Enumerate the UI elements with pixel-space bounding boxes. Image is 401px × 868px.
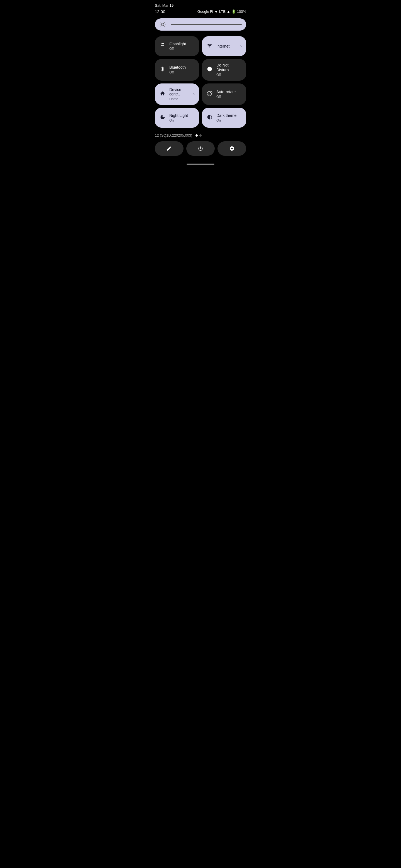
edit-button[interactable] bbox=[155, 141, 183, 156]
svg-point-0 bbox=[161, 23, 164, 26]
version-text: 12 (SQ1D.220205.003) bbox=[155, 133, 192, 137]
settings-button[interactable] bbox=[218, 141, 246, 156]
home-indicator bbox=[150, 160, 251, 167]
do-not-disturb-label: Do Not Disturb bbox=[217, 63, 242, 72]
tile-internet[interactable]: Internet › bbox=[202, 36, 246, 56]
tile-dark-theme[interactable]: Dark theme On bbox=[202, 108, 246, 128]
battery-icon: 🔋 bbox=[231, 9, 236, 13]
internet-text: Internet bbox=[217, 44, 229, 49]
status-icons: Google Fi ▼ LTE ▲ 🔋 100% bbox=[197, 9, 246, 14]
device-control-status: Home bbox=[169, 97, 190, 101]
brightness-row[interactable] bbox=[150, 15, 251, 34]
brightness-track[interactable] bbox=[155, 18, 246, 31]
bottom-actions bbox=[150, 139, 251, 160]
internet-label: Internet bbox=[217, 44, 229, 49]
bluetooth-label: Bluetooth bbox=[169, 65, 186, 70]
wifi-icon: ▼ bbox=[214, 9, 218, 14]
flashlight-status: Off bbox=[169, 47, 186, 51]
flashlight-text: Flashlight Off bbox=[169, 42, 186, 51]
tile-do-not-disturb[interactable]: Do Not Disturb Off bbox=[202, 59, 246, 81]
night-light-label: Night Light bbox=[169, 113, 188, 118]
flashlight-label: Flashlight bbox=[169, 42, 186, 46]
auto-rotate-label: Auto-rotate bbox=[217, 90, 236, 94]
bluetooth-text: Bluetooth Off bbox=[169, 65, 186, 74]
device-control-icon bbox=[159, 91, 166, 98]
night-light-icon bbox=[159, 114, 166, 121]
do-not-disturb-text: Do Not Disturb Off bbox=[217, 63, 242, 77]
tiles-grid: Flashlight Off Internet › Bluetooth Off bbox=[150, 34, 251, 130]
svg-line-3 bbox=[161, 23, 161, 23]
power-button[interactable] bbox=[186, 141, 215, 156]
battery-label: 100% bbox=[237, 9, 246, 13]
night-light-text: Night Light On bbox=[169, 113, 188, 122]
night-light-status: On bbox=[169, 119, 188, 122]
dot-inactive bbox=[199, 134, 202, 136]
version-row: 12 (SQ1D.220205.003) bbox=[150, 130, 251, 139]
signal-icon: ▲ bbox=[227, 9, 230, 13]
internet-content: Internet bbox=[206, 43, 229, 50]
flashlight-icon bbox=[159, 43, 166, 50]
bluetooth-status: Off bbox=[169, 70, 186, 74]
do-not-disturb-status: Off bbox=[217, 73, 242, 77]
bluetooth-icon bbox=[159, 66, 166, 73]
dark-theme-icon bbox=[206, 114, 213, 121]
do-not-disturb-icon bbox=[206, 66, 213, 73]
tile-night-light[interactable]: Night Light On bbox=[155, 108, 199, 128]
tile-flashlight[interactable]: Flashlight Off bbox=[155, 36, 199, 56]
brightness-thumb[interactable] bbox=[156, 20, 169, 30]
status-time: 12:00 bbox=[155, 9, 165, 14]
internet-icon bbox=[206, 43, 213, 50]
status-bar: Sat, Mar 19 12:00 Google Fi ▼ LTE ▲ 🔋 10… bbox=[150, 0, 251, 15]
device-control-content: Device contr.. Home bbox=[159, 87, 190, 101]
home-bar bbox=[187, 163, 214, 165]
dark-theme-status: On bbox=[217, 119, 236, 122]
dark-theme-label: Dark theme bbox=[217, 113, 236, 118]
status-row: 12:00 Google Fi ▼ LTE ▲ 🔋 100% bbox=[155, 9, 246, 14]
device-control-label: Device contr.. bbox=[169, 87, 190, 97]
brightness-icon bbox=[160, 22, 166, 28]
settings-icon bbox=[229, 146, 235, 151]
dark-theme-text: Dark theme On bbox=[217, 113, 236, 122]
carrier-label: Google Fi bbox=[197, 9, 213, 13]
tile-auto-rotate[interactable]: Auto-rotate Off bbox=[202, 84, 246, 105]
device-control-chevron: › bbox=[193, 92, 195, 96]
tile-device-control[interactable]: Device contr.. Home › bbox=[155, 84, 199, 105]
tile-bluetooth[interactable]: Bluetooth Off bbox=[155, 59, 199, 81]
svg-line-8 bbox=[164, 23, 165, 23]
status-date: Sat, Mar 19 bbox=[155, 3, 246, 7]
brightness-line bbox=[171, 24, 242, 25]
dot-active bbox=[196, 134, 198, 136]
auto-rotate-icon bbox=[206, 91, 213, 98]
pencil-icon bbox=[166, 146, 172, 151]
internet-chevron: › bbox=[240, 44, 242, 49]
power-icon bbox=[198, 146, 203, 151]
dot-indicators bbox=[196, 134, 202, 136]
device-control-text: Device contr.. Home bbox=[169, 87, 190, 101]
auto-rotate-status: Off bbox=[217, 95, 236, 99]
lte-label: LTE bbox=[219, 9, 226, 13]
auto-rotate-text: Auto-rotate Off bbox=[217, 90, 236, 99]
